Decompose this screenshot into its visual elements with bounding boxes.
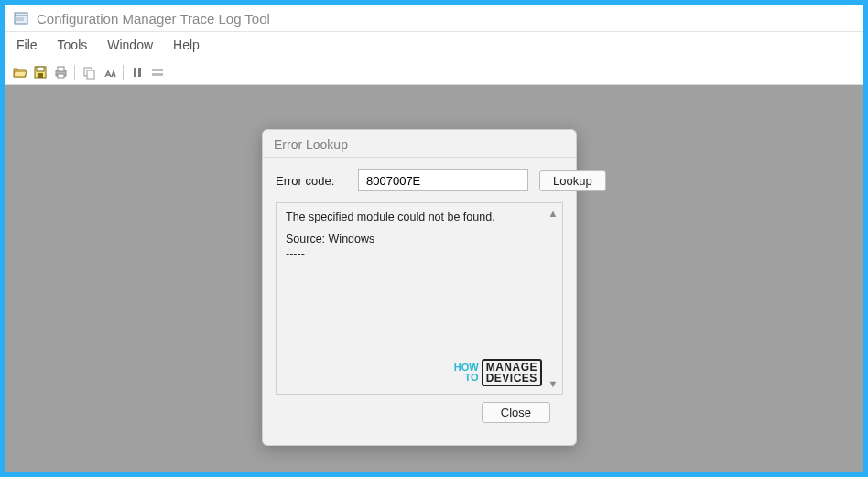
client-area: Error Lookup Error code: Lookup The spec… bbox=[5, 85, 863, 472]
toolbar-separator bbox=[74, 65, 75, 80]
error-lookup-dialog: Error Lookup Error code: Lookup The spec… bbox=[262, 129, 577, 446]
window-title: Configuration Manager Trace Log Tool bbox=[37, 11, 270, 27]
save-icon[interactable] bbox=[31, 63, 49, 81]
dialog-body: Error code: Lookup The specified module … bbox=[263, 158, 576, 445]
dialog-title: Error Lookup bbox=[263, 130, 576, 158]
main-window: Configuration Manager Trace Log Tool Fil… bbox=[5, 5, 863, 472]
result-source: Source: Windows bbox=[286, 233, 553, 245]
svg-rect-9 bbox=[58, 74, 64, 78]
svg-rect-15 bbox=[152, 73, 163, 76]
open-folder-icon[interactable] bbox=[11, 63, 29, 81]
result-box: The specified module could not be found.… bbox=[276, 202, 563, 395]
svg-rect-11 bbox=[87, 70, 94, 79]
print-icon[interactable] bbox=[51, 63, 70, 81]
menu-file[interactable]: File bbox=[13, 36, 41, 54]
scroll-up-icon[interactable]: ▲ bbox=[547, 207, 559, 220]
svg-rect-14 bbox=[152, 69, 163, 71]
svg-rect-12 bbox=[134, 68, 136, 77]
watermark-how: HOW bbox=[454, 363, 479, 373]
result-divider: ----- bbox=[286, 247, 553, 260]
svg-rect-8 bbox=[58, 67, 64, 71]
scroll-down-icon[interactable]: ▼ bbox=[547, 377, 559, 390]
dialog-footer: Close bbox=[276, 402, 563, 436]
find-icon[interactable] bbox=[100, 63, 118, 81]
toolbar bbox=[5, 60, 863, 85]
menu-window[interactable]: Window bbox=[103, 36, 157, 54]
watermark-devices: DEVICES bbox=[486, 373, 537, 384]
menubar: File Tools Window Help bbox=[5, 32, 863, 60]
svg-rect-5 bbox=[37, 67, 44, 71]
pause-icon[interactable] bbox=[128, 63, 146, 81]
svg-rect-6 bbox=[38, 73, 43, 78]
error-code-label: Error code: bbox=[276, 174, 347, 188]
titlebar: Configuration Manager Trace Log Tool bbox=[5, 5, 863, 32]
toolbar-separator bbox=[123, 65, 124, 80]
highlight-icon[interactable] bbox=[148, 63, 167, 81]
close-button[interactable]: Close bbox=[482, 402, 550, 423]
watermark-box: MANAGE DEVICES bbox=[482, 359, 542, 386]
result-message: The specified module could not be found. bbox=[286, 211, 553, 223]
watermark-to: TO bbox=[454, 373, 479, 383]
watermark: HOW TO MANAGE DEVICES bbox=[454, 359, 542, 386]
svg-rect-13 bbox=[138, 68, 141, 77]
menu-help[interactable]: Help bbox=[169, 36, 203, 54]
watermark-manage: MANAGE bbox=[486, 362, 537, 373]
menu-tools[interactable]: Tools bbox=[54, 36, 92, 54]
app-icon bbox=[13, 10, 29, 27]
error-code-input[interactable] bbox=[358, 169, 528, 191]
copy-icon[interactable] bbox=[80, 63, 98, 81]
error-code-row: Error code: Lookup bbox=[276, 169, 563, 191]
lookup-button[interactable]: Lookup bbox=[539, 170, 606, 191]
watermark-howto: HOW TO bbox=[454, 363, 479, 383]
